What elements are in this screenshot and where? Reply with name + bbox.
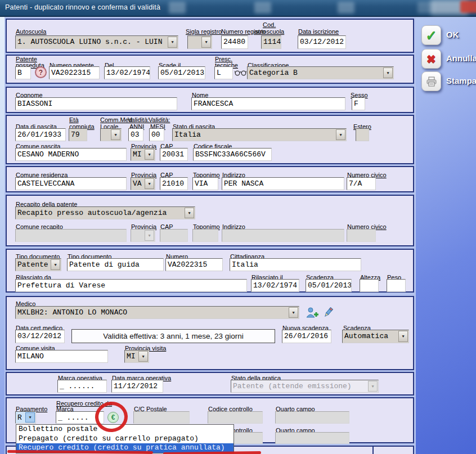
sesso-field[interactable]: F — [352, 97, 365, 110]
data-marca-operativa-field[interactable]: 11/12/2012 — [111, 380, 163, 393]
cod-autoscuola-label2: autoscuola — [254, 28, 284, 35]
patente-posseduta-field[interactable]: B — [15, 66, 31, 79]
numero-civico-field[interactable]: 7/A — [347, 177, 376, 190]
civico-recapito-field — [347, 229, 376, 242]
classificazione-select[interactable]: Categoria B ▼ — [247, 66, 394, 79]
add-doctor-icon[interactable] — [306, 307, 319, 319]
edit-doctor-icon[interactable] — [321, 307, 335, 319]
combo-arrow-icon[interactable]: ▼ — [168, 37, 177, 48]
combo-arrow-icon[interactable]: ▼ — [145, 178, 154, 189]
peso-field[interactable] — [387, 279, 406, 292]
numero-documento-field[interactable]: VA2022315 — [165, 258, 223, 271]
stato-nascita-select[interactable]: Italia ▼ — [172, 128, 347, 141]
toponimo-field[interactable]: VIA — [192, 177, 218, 190]
comune-visita-field[interactable]: MILANO — [15, 350, 108, 363]
tipo-documento-select[interactable]: Patente ▼ — [15, 258, 61, 271]
dropdown-option-prepagato[interactable]: Prepagato (credito su carrello prepagato… — [16, 434, 233, 444]
rilasciato-da-field[interactable]: Prefettura di Varese — [15, 279, 247, 292]
combo-arrow-icon[interactable]: ▼ — [336, 129, 345, 140]
cittadinanza-field[interactable]: Italia — [230, 258, 361, 271]
indirizzo-recapito-field — [222, 229, 344, 242]
printer-icon — [426, 77, 437, 87]
validita-mesi-label: Validità: — [149, 116, 170, 123]
tipo-documento-field[interactable]: Patente di guida — [67, 258, 164, 271]
combo-arrow-icon[interactable]: ▼ — [25, 412, 35, 422]
glasses-icon[interactable] — [235, 69, 246, 77]
combo-arrow-icon: ▼ — [145, 230, 154, 241]
provincia-residenza-select[interactable]: VA ▼ — [131, 177, 155, 190]
cross-icon: ✖ — [426, 53, 436, 65]
dropdown-option-bollettino[interactable]: Bollettino postale — [16, 425, 233, 434]
ghost-icon — [169, 2, 186, 14]
scadenza-documento-field[interactable]: 05/01/2013 — [306, 279, 352, 292]
combo-arrow-icon[interactable]: ▼ — [145, 149, 154, 160]
eta-compiuta-field: 79 — [69, 128, 87, 141]
medico-select[interactable]: MXLBH2: ANTONIO LO MONACO ▼ — [15, 306, 299, 319]
recapito-patente-select[interactable]: Recapito presso autoscuola/agenzia ▼ — [15, 206, 195, 219]
comune-nascita-field[interactable]: CESANO MADERNO — [15, 148, 127, 161]
ok-button-label[interactable]: OK — [446, 30, 459, 39]
scadenza-medico-select[interactable]: Automatica ▼ — [342, 330, 409, 343]
rilasciato-il-field[interactable]: 13/02/1974 — [251, 279, 299, 292]
titlebar: Patenti - duplicato rinnovo e conferma d… — [0, 0, 476, 17]
cod-autoscuola-field: 1114 — [261, 35, 281, 49]
combo-arrow-icon[interactable]: ▼ — [185, 208, 194, 218]
provincia-visita-select[interactable]: MI ▼ — [124, 350, 149, 363]
nome-field[interactable]: FRANCESCA — [191, 97, 345, 110]
validita-anni-field[interactable]: 03 — [128, 128, 143, 141]
presc-tecniche-field[interactable]: L — [214, 66, 233, 79]
quarto-campo-field — [275, 411, 349, 424]
combo-arrow-icon[interactable]: ▼ — [398, 331, 408, 342]
scade-il-field[interactable]: 05/01/2013 — [158, 66, 205, 79]
indirizzo-field[interactable]: PER NASCA — [222, 177, 344, 190]
combo-arrow-icon[interactable]: ▼ — [138, 351, 148, 362]
data-iscrizione-label: Data iscrizione — [298, 28, 339, 35]
cap-nascita-field[interactable]: 20031 — [160, 148, 188, 161]
comm-med-locale-select[interactable]: ▼ — [100, 128, 122, 141]
cognome-field[interactable]: BIASSONI — [15, 97, 177, 110]
numero-patente-field[interactable]: VA2022315 — [49, 66, 100, 79]
provincia-recapito-select: ▼ — [131, 229, 155, 242]
autoscuola-select[interactable]: 1. AUTOSCUOLA LUINO s.n.c. - LUIN ▼ — [15, 35, 178, 49]
annulla-button-label[interactable]: Annulla — [446, 53, 476, 63]
patenti-dialog: Patenti - duplicato rinnovo e conferma d… — [0, 0, 476, 454]
estero-field — [356, 128, 369, 141]
data-iscrizione-field[interactable]: 03/12/2012 — [298, 35, 346, 49]
marca-operativa-field[interactable]: _ ...... — [57, 380, 107, 393]
combo-arrow-icon[interactable]: ▼ — [111, 129, 120, 140]
nuova-scadenza-field[interactable]: 26/01/2016 — [282, 330, 331, 343]
validita-mesi-field[interactable]: 00 — [149, 128, 164, 141]
close-icon[interactable] — [460, 1, 476, 13]
ok-button[interactable]: ✓ — [421, 25, 441, 45]
ghost-icon — [338, 2, 354, 14]
combo-arrow-icon[interactable]: ▼ — [201, 37, 211, 48]
help-icon[interactable]: ? — [35, 66, 47, 78]
stampa-button-label[interactable]: Stampa — [446, 76, 476, 86]
check-icon: ✓ — [425, 29, 437, 42]
combo-arrow-icon[interactable]: ▼ — [289, 307, 298, 318]
provincia-nascita-select[interactable]: MI ▼ — [131, 148, 155, 161]
cap-residenza-field[interactable]: 21010 — [160, 177, 188, 190]
quarto-campo-2-field — [275, 432, 349, 444]
annulla-button[interactable]: ✖ — [421, 49, 441, 69]
codice-fiscale-field[interactable]: BSSFNC33A66C566V — [193, 148, 272, 161]
data-cert-medico-field[interactable]: 03/12/2012 — [15, 330, 65, 343]
sigla-registro-select[interactable]: ▼ — [187, 35, 212, 49]
pagamento-select[interactable]: R ▼ — [15, 411, 36, 424]
comune-recapito-field — [15, 229, 127, 242]
del-field[interactable]: 13/02/1974 — [104, 66, 150, 79]
data-nascita-field[interactable]: 26/01/1933 — [15, 128, 66, 141]
stampa-button[interactable] — [421, 71, 441, 91]
cap-recapito-field — [160, 229, 188, 242]
comune-residenza-field[interactable]: CASTELVECCANA — [15, 177, 127, 190]
cod-autoscuola-label: Cod. — [263, 21, 276, 28]
eta-label: Età — [69, 116, 79, 123]
combo-arrow-icon[interactable]: ▼ — [383, 68, 393, 78]
cc-postale-field — [133, 411, 190, 424]
numero-registro-field[interactable]: 24480 — [221, 35, 248, 49]
validita-effettiva-box: Validità effettiva: 3 anni, 1 mese, 23 g… — [71, 329, 275, 343]
ghost-icon — [254, 2, 271, 14]
sigla-registro-label: Sigla registro — [186, 28, 222, 35]
combo-arrow-icon[interactable]: ▼ — [51, 259, 60, 270]
altezza-field[interactable] — [360, 279, 379, 292]
